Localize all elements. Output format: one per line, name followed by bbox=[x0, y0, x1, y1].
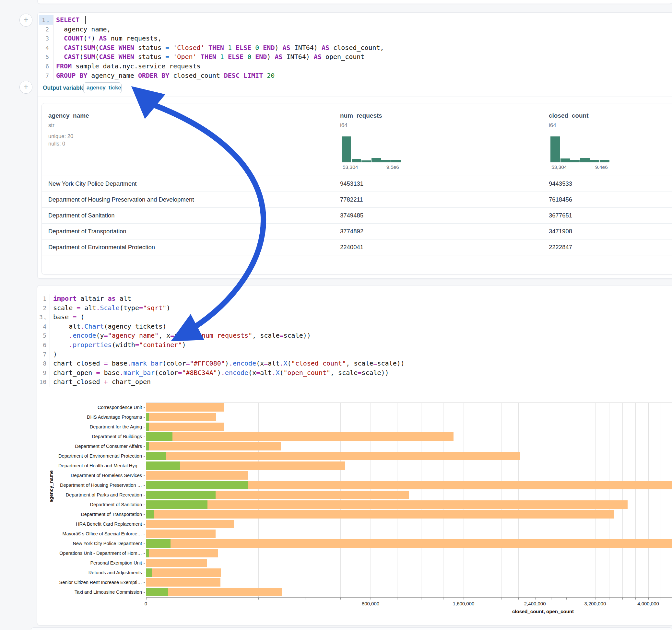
column-type: i64 bbox=[340, 122, 347, 129]
line-number: 1⌄ bbox=[39, 15, 49, 26]
table-row[interactable]: Department of Housing Preservation and D… bbox=[42, 192, 672, 208]
histogram-max-label: 9.5e6 bbox=[386, 164, 399, 170]
code-line[interactable]: base = ( bbox=[53, 312, 84, 322]
column-histogram bbox=[342, 136, 401, 162]
line-number: 7 bbox=[37, 350, 46, 359]
histogram-bar bbox=[361, 161, 371, 162]
column-type: i64 bbox=[549, 122, 556, 129]
code-line[interactable]: CAST(SUM(CASE WHEN status = 'Open' THEN … bbox=[56, 52, 364, 62]
line-number: 9 bbox=[37, 368, 46, 378]
line-number: 2 bbox=[39, 25, 49, 34]
table-row[interactable]: Department of Transportation377489234719… bbox=[42, 223, 672, 240]
code-line[interactable]: COUNT(*) AS num_requests, bbox=[56, 34, 162, 43]
table-cell: Department of Environmental Protection bbox=[48, 240, 155, 255]
table-cell: 2240041 bbox=[340, 240, 363, 255]
table-cell: 9443533 bbox=[549, 176, 572, 192]
histogram-bar bbox=[381, 160, 391, 162]
code-line[interactable]: .properties(width="container") bbox=[53, 340, 186, 350]
table-row[interactable]: New York City Police Department945313194… bbox=[42, 176, 672, 192]
line-number: 3⌄ bbox=[37, 312, 46, 323]
column-stat: nulls: 0 bbox=[48, 141, 65, 147]
histogram-min-label: 53,304 bbox=[343, 164, 358, 170]
column-histogram bbox=[550, 136, 610, 162]
histogram-bar bbox=[342, 137, 351, 162]
table-cell: Department of Housing Preservation and D… bbox=[48, 192, 194, 208]
histogram-bar bbox=[391, 160, 401, 162]
histogram-bar bbox=[590, 160, 599, 162]
line-number: 2 bbox=[37, 303, 46, 313]
line-number: 5 bbox=[39, 52, 49, 62]
code-line[interactable]: SELECT bbox=[56, 15, 83, 25]
column-name[interactable]: closed_count bbox=[549, 112, 589, 119]
fold-chevron-icon[interactable]: ⌄ bbox=[44, 316, 46, 320]
table-row[interactable]: Department of Sanitation37494853677651 bbox=[42, 208, 672, 224]
code-line[interactable]: alt.Chart(agency_tickets) bbox=[53, 322, 166, 331]
histogram-bar bbox=[570, 160, 580, 162]
histogram-max-label: 9.4e6 bbox=[595, 164, 608, 170]
code-line[interactable]: chart_open = base.mark_bar(color="#8BC34… bbox=[53, 368, 389, 378]
text-cursor bbox=[85, 16, 86, 24]
code-line[interactable]: chart_closed + chart_open bbox=[53, 377, 151, 387]
column-name[interactable]: num_requests bbox=[340, 112, 382, 119]
table-cell: 3471908 bbox=[549, 224, 572, 239]
divider bbox=[38, 97, 672, 97]
code-line[interactable]: ) bbox=[53, 350, 57, 359]
code-line[interactable]: chart_closed = base.mark_bar(color="#FFC… bbox=[53, 359, 405, 368]
histogram-bar bbox=[580, 158, 590, 162]
table-cell: New York City Police Department bbox=[48, 176, 137, 192]
table-cell: 7618456 bbox=[549, 192, 572, 208]
results-table: agency_namestrunique: 20nulls: 0num_requ… bbox=[42, 103, 672, 274]
python-cell: 1import altair as alt2scale = alt.Scale(… bbox=[37, 285, 672, 626]
code-line[interactable]: CAST(SUM(CASE WHEN status = 'Closed' THE… bbox=[56, 43, 384, 52]
line-number: 3 bbox=[39, 34, 49, 43]
gutter-divider bbox=[53, 15, 53, 80]
table-cell: 3749485 bbox=[340, 208, 363, 223]
python-code-editor[interactable]: 1import altair as alt2scale = alt.Scale(… bbox=[37, 286, 672, 389]
code-line[interactable]: agency_name, bbox=[56, 25, 111, 34]
sql-code-editor[interactable]: 1⌄SELECT 2 agency_name,3 COUNT(*) AS num… bbox=[38, 13, 672, 80]
code-line[interactable]: .encode(y="agency_name", x=alt.X("num_re… bbox=[53, 331, 311, 340]
table-cell: 7782211 bbox=[340, 192, 363, 208]
line-number: 5 bbox=[37, 331, 46, 340]
code-line[interactable]: import altair as alt bbox=[53, 294, 131, 303]
column-type: str bbox=[48, 122, 54, 129]
table-cell: Department of Transportation bbox=[48, 224, 126, 239]
histogram-bar bbox=[371, 158, 381, 162]
line-number: 10 bbox=[37, 377, 46, 387]
gutter-divider bbox=[50, 294, 50, 387]
previous-cell-bottom bbox=[37, 0, 672, 4]
table-cell: 3774892 bbox=[340, 224, 363, 239]
table-cell: 2222847 bbox=[549, 240, 572, 255]
line-number: 6 bbox=[39, 62, 49, 71]
histogram-bar bbox=[352, 159, 361, 162]
next-cell-top bbox=[31, 627, 672, 630]
histogram-min-label: 53,304 bbox=[551, 164, 567, 170]
output-variable-pill[interactable]: agency_tickets bbox=[83, 82, 122, 93]
line-number: 4 bbox=[39, 43, 49, 52]
line-number: 8 bbox=[37, 359, 46, 368]
code-line[interactable]: scale = alt.Scale(type="sqrt") bbox=[53, 303, 170, 313]
output-variable-label: Output variable: bbox=[43, 84, 86, 91]
fold-chevron-icon[interactable]: ⌄ bbox=[47, 19, 49, 23]
column-stat: unique: 20 bbox=[48, 133, 73, 139]
table-cell: 3677651 bbox=[549, 208, 572, 223]
table-cell: Department of Sanitation bbox=[48, 208, 115, 223]
line-number: 4 bbox=[37, 322, 46, 331]
add-cell-button-top[interactable]: + bbox=[20, 14, 32, 27]
table-cell: 9453131 bbox=[340, 176, 363, 192]
code-line[interactable]: FROM sample_data.nyc.service_requests bbox=[56, 62, 201, 71]
table-row[interactable]: Department of Environmental Protection22… bbox=[42, 239, 672, 256]
add-cell-button-between[interactable]: + bbox=[20, 81, 32, 94]
histogram-bar bbox=[550, 137, 560, 162]
line-number: 6 bbox=[37, 340, 46, 350]
histogram-bar bbox=[560, 159, 570, 162]
line-number: 7 bbox=[39, 71, 49, 80]
code-line[interactable]: GROUP BY agency_name ORDER BY closed_cou… bbox=[56, 71, 274, 80]
line-number: 1 bbox=[37, 294, 46, 303]
histogram-bar bbox=[600, 160, 609, 162]
divider bbox=[38, 80, 672, 80]
column-name[interactable]: agency_name bbox=[48, 112, 89, 119]
